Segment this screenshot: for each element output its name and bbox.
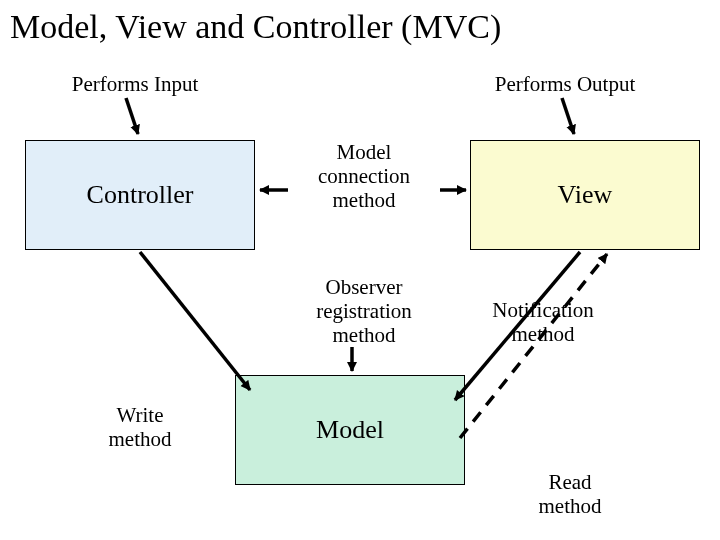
arrow-output-to-view: [562, 98, 574, 134]
observer-registration-method-label: Observer registration method: [284, 275, 444, 347]
page-title: Model, View and Controller (MVC): [10, 8, 501, 46]
read-method-label: Read method: [520, 470, 620, 518]
view-box: View: [470, 140, 700, 250]
performs-input-label: Performs Input: [60, 72, 210, 97]
notification-method-label: Notification method: [468, 298, 618, 346]
model-connection-method-label: Model connection method: [284, 140, 444, 212]
model-box: Model: [235, 375, 465, 485]
write-method-label: Write method: [90, 403, 190, 451]
performs-output-label: Performs Output: [480, 72, 650, 97]
arrow-input-to-controller: [126, 98, 138, 134]
controller-box: Controller: [25, 140, 255, 250]
arrow-write-controller-to-model: [140, 252, 250, 390]
view-box-label: View: [558, 180, 613, 210]
model-box-label: Model: [316, 415, 384, 445]
controller-box-label: Controller: [87, 180, 194, 210]
